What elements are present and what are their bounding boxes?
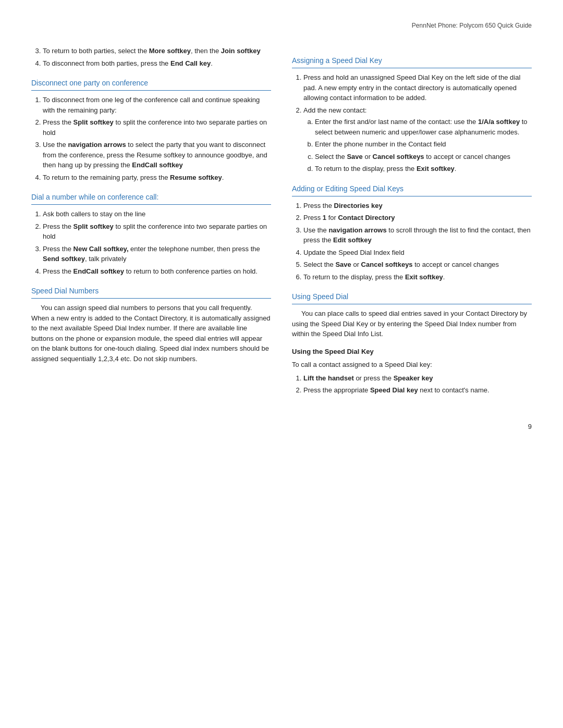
nav-arrows-bold: navigation arrows — [68, 141, 126, 149]
disconnect-item-2: Press the Split softkey to split the con… — [43, 117, 271, 138]
endcall-softkey-bold-2: EndCall softkey — [74, 267, 125, 275]
assigning-list: Press and hold an unassigned Speed Dial … — [303, 72, 532, 174]
dial-item-4: Press the EndCall softkey to return to b… — [43, 266, 271, 277]
editing-item-4: Update the Speed Dial Index field — [303, 248, 532, 258]
assigning-sub-b: Enter the phone number in the Contact fi… — [315, 139, 532, 150]
exit-softkey-bold-2: Exit softkey — [405, 273, 443, 281]
using-speed-dial-key-subheading: Using the Speed Dial Key — [292, 347, 532, 357]
dial-item-1: Ask both callers to stay on the line — [43, 209, 271, 219]
exit-softkey-bold-1: Exit softkey — [417, 165, 455, 172]
editing-item-3: Use the navigation arrows to scroll thro… — [303, 225, 532, 245]
section-dial-conference: Dial a number while on conference call: … — [31, 192, 271, 276]
header-title: PennNet Phone: Polycom 650 Quick Guide — [412, 22, 532, 29]
section-disconnect: Disconnect one party on conference To di… — [31, 78, 271, 182]
speed-dial-key-bold: Speed Dial key — [370, 386, 418, 394]
assigning-sublist: Enter the first and/or last name of the … — [315, 117, 532, 174]
using-speed-dial-intro: You can place calls to speed dial entrie… — [292, 309, 532, 339]
speed-dial-numbers-heading: Speed Dial Numbers — [31, 286, 271, 299]
end-call-key-bold: End Call key — [170, 59, 211, 67]
editing-item-5: Select the Save or Cancel softkeys to ac… — [303, 260, 532, 270]
join-softkey-bold: Join softkey — [221, 47, 261, 55]
adding-editing-heading: Adding or Editing Speed Dial Keys — [292, 183, 532, 196]
left-column: To return to both parties, select the Mo… — [31, 46, 271, 401]
assigning-item-1: Press and hold an unassigned Speed Dial … — [303, 72, 532, 103]
speaker-key-bold: Speaker key — [394, 374, 433, 382]
page-number: 9 — [31, 422, 532, 432]
more-softkey-bold: More softkey — [149, 47, 191, 55]
press-1-bold: 1 — [323, 214, 326, 221]
nav-arrows-bold-2: navigation arrows — [328, 226, 386, 234]
section-using-speed-dial: Using Speed Dial You can place calls to … — [292, 291, 532, 396]
directories-key-bold: Directories key — [334, 202, 383, 209]
save-bold-1: Save — [347, 153, 362, 161]
contact-directory-bold: Contact Directory — [338, 214, 395, 221]
split-softkey-bold-2: Split softkey — [74, 223, 114, 230]
disconnect-item-4: To return to the remaining party, press … — [43, 172, 271, 183]
intro-list: To return to both parties, select the Mo… — [43, 46, 271, 68]
right-column: Assigning a Speed Dial Key Press and hol… — [292, 46, 532, 401]
section-disconnect-heading: Disconnect one party on conference — [31, 78, 271, 91]
assigning-heading: Assigning a Speed Dial Key — [292, 55, 532, 68]
cancel-softkeys-bold-1: Cancel softkeys — [373, 153, 424, 161]
page-header: PennNet Phone: Polycom 650 Quick Guide — [31, 21, 532, 30]
intro-item-3: To return to both parties, select the Mo… — [43, 46, 271, 56]
adding-editing-list: Press the Directories key Press 1 for Co… — [303, 201, 532, 282]
disconnect-item-1: To disconnect from one leg of the confer… — [43, 95, 271, 115]
dial-conference-list: Ask both callers to stay on the line Pre… — [43, 209, 271, 276]
dial-item-2: Press the Split softkey to split the con… — [43, 221, 271, 242]
dial-item-3: Press the New Call softkey, enter the te… — [43, 244, 271, 264]
editing-item-2: Press 1 for Contact Directory — [303, 213, 532, 223]
intro-item-4: To disconnect from both parties, press t… — [43, 58, 271, 69]
new-call-softkey-bold: New Call softkey, — [74, 245, 129, 253]
section-adding-editing: Adding or Editing Speed Dial Keys Press … — [292, 183, 532, 282]
1aa-softkey-bold: 1/A/a softkey — [478, 118, 520, 126]
disconnect-item-3: Use the navigation arrows to select the … — [43, 140, 271, 170]
section-dial-heading: Dial a number while on conference call: — [31, 192, 271, 205]
assigning-item-2: Add the new contact: Enter the first and… — [303, 105, 532, 174]
save-bold-2: Save — [335, 261, 351, 268]
assigning-sub-a: Enter the first and/or last name of the … — [315, 117, 532, 137]
cancel-softkeys-bold-2: Cancel softkeys — [361, 261, 413, 268]
disconnect-list: To disconnect from one leg of the confer… — [43, 95, 271, 182]
editing-item-6: To return to the display, press the Exit… — [303, 272, 532, 282]
using-speed-dial-list: Lift the handset or press the Speaker ke… — [303, 373, 532, 396]
using-sd-item-2: Press the appropriate Speed Dial key nex… — [303, 385, 532, 396]
section-assigning-speed-dial: Assigning a Speed Dial Key Press and hol… — [292, 55, 532, 174]
assigning-sub-d: To return to the display, press the Exit… — [315, 164, 532, 174]
section-speed-dial-numbers: Speed Dial Numbers You can assign speed … — [31, 286, 271, 364]
using-speed-dial-heading: Using Speed Dial — [292, 291, 532, 304]
send-softkey-bold: Send softkey — [43, 255, 85, 263]
editing-item-1: Press the Directories key — [303, 201, 532, 211]
resume-softkey-bold: Resume softkey — [170, 174, 222, 181]
split-softkey-bold-1: Split softkey — [74, 118, 114, 126]
assigning-sub-c: Select the Save or Cancel softkeys to ac… — [315, 152, 532, 162]
lift-handset-bold: Lift the handset — [303, 374, 354, 382]
endcall-softkey-bold-1: EndCall softkey — [132, 161, 183, 169]
edit-softkey-bold: Edit softkey — [333, 236, 372, 244]
using-speed-dial-sub-intro: To call a contact assigned to a Speed Di… — [292, 360, 532, 370]
using-sd-item-1: Lift the handset or press the Speaker ke… — [303, 373, 532, 384]
speed-dial-numbers-body: You can assign speed dial numbers to per… — [31, 303, 271, 364]
